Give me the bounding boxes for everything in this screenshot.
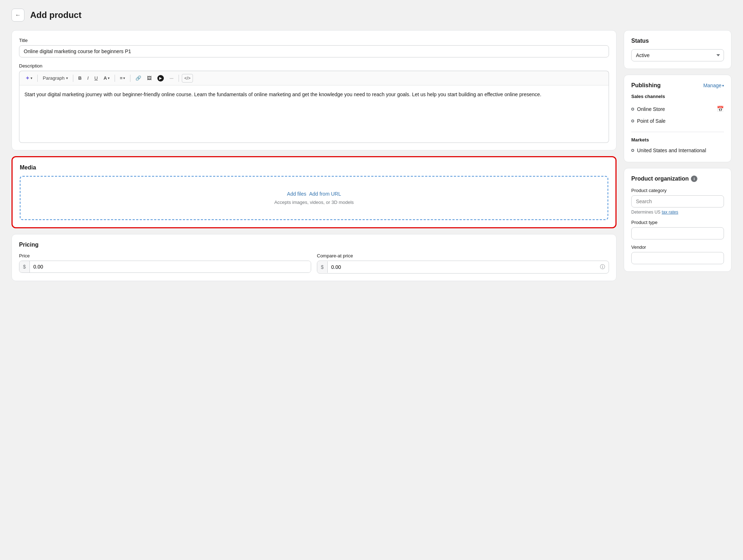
status-card: Status Active Draft <box>624 30 732 69</box>
add-files-link[interactable]: Add files <box>287 191 306 197</box>
calendar-icon[interactable]: 📅 <box>717 106 724 112</box>
vendor-label: Vendor <box>631 244 724 250</box>
page-title: Add product <box>30 10 82 20</box>
media-dropzone-links: Add files Add from URL <box>28 191 600 197</box>
status-select[interactable]: Active Draft <box>631 49 724 61</box>
image-icon: 🖼 <box>147 75 152 81</box>
markets-subtitle: Markets <box>631 137 724 143</box>
underline-button[interactable]: U <box>92 74 100 82</box>
left-column: Title Description ✦ ▾ Paragraph ▾ <box>11 30 617 281</box>
compare-price-field: Compare-at price $ ⓘ <box>317 253 609 274</box>
publishing-divider <box>631 132 724 132</box>
category-label: Product category <box>631 188 724 193</box>
product-type-label: Product type <box>631 220 724 225</box>
right-column: Status Active Draft Publishing Manage ▾ … <box>624 30 732 272</box>
publishing-header: Publishing Manage ▾ <box>631 82 724 89</box>
price-label: Price <box>19 253 311 258</box>
text-color-label: A <box>103 75 107 81</box>
title-label: Title <box>19 38 609 43</box>
link-button[interactable]: 🔗 <box>133 74 143 82</box>
manage-link[interactable]: Manage ▾ <box>703 83 724 88</box>
compare-price-input-wrap: $ ⓘ <box>317 261 609 274</box>
price-input[interactable] <box>30 261 311 272</box>
more-button[interactable]: ··· <box>167 74 176 82</box>
channel-pos: Point of Sale <box>631 115 724 127</box>
toolbar-sep-2 <box>73 75 73 82</box>
channel-name-1: Online Store <box>637 106 665 112</box>
description-text: Start your digital marketing journey wit… <box>24 92 541 97</box>
add-from-url-link[interactable]: Add from URL <box>309 191 341 197</box>
media-card: Media Add files Add from URL Accepts ima… <box>11 156 617 228</box>
back-arrow-icon: ← <box>15 12 21 18</box>
description-label: Description <box>19 63 609 69</box>
channel-bullet-2 <box>631 120 634 122</box>
market-name: United States and International <box>637 148 706 153</box>
category-search-input[interactable] <box>631 195 724 207</box>
price-input-wrap: $ <box>19 261 311 273</box>
compare-price-input[interactable] <box>328 261 596 273</box>
text-color-button[interactable]: A ▾ <box>101 74 111 82</box>
color-dropdown-icon: ▾ <box>108 76 110 80</box>
page-header: ← Add product <box>0 0 743 27</box>
pricing-title: Pricing <box>19 242 609 248</box>
pricing-card: Pricing Price $ Compare-at price $ ⓘ <box>11 234 617 281</box>
product-org-label: Product organization <box>631 176 689 182</box>
link-icon: 🔗 <box>135 75 141 81</box>
video-button[interactable]: ▶ <box>155 74 166 83</box>
product-org-card: Product organization i Product category … <box>624 168 732 272</box>
back-button[interactable]: ← <box>11 9 24 22</box>
tax-rates-link[interactable]: tax rates <box>662 210 678 215</box>
product-type-input[interactable] <box>631 227 724 239</box>
price-field: Price $ <box>19 253 311 274</box>
video-icon: ▶ <box>157 75 164 81</box>
channel-online-store: Online Store 📅 <box>631 103 724 115</box>
publishing-card: Publishing Manage ▾ Sales channels Onlin… <box>624 75 732 162</box>
media-title: Media <box>20 164 608 171</box>
channel-bullet-1 <box>631 108 634 111</box>
vendor-input[interactable] <box>631 252 724 264</box>
market-bullet <box>631 149 634 152</box>
align-dropdown-icon: ▾ <box>123 76 125 80</box>
paragraph-label: Paragraph <box>43 75 65 81</box>
price-prefix: $ <box>19 261 30 272</box>
ai-dropdown-icon: ▾ <box>31 76 32 80</box>
channel-name-2: Point of Sale <box>637 118 665 124</box>
align-icon: ≡ <box>120 75 123 81</box>
toolbar-sep-1 <box>37 75 38 82</box>
product-org-title: Product organization i <box>631 176 724 182</box>
title-description-card: Title Description ✦ ▾ Paragraph ▾ <box>11 30 617 150</box>
toolbar-sep-3 <box>115 75 115 82</box>
determines-text: Determines US tax rates <box>631 210 724 215</box>
editor-toolbar: ✦ ▾ Paragraph ▾ B I U A ▾ <box>19 71 609 85</box>
bold-button[interactable]: B <box>76 74 84 82</box>
toolbar-sep-5 <box>179 75 179 82</box>
category-search-wrap <box>631 195 724 207</box>
pricing-row: Price $ Compare-at price $ ⓘ <box>19 253 609 274</box>
determines-label: Determines US <box>631 210 662 215</box>
title-input[interactable] <box>19 45 609 57</box>
status-title: Status <box>631 38 724 44</box>
compare-price-prefix: $ <box>317 261 328 273</box>
italic-button[interactable]: I <box>85 74 91 82</box>
market-item: United States and International <box>631 146 724 155</box>
description-editor[interactable]: Start your digital marketing journey wit… <box>19 85 609 143</box>
paragraph-dropdown-icon: ▾ <box>66 76 68 80</box>
compare-price-help-icon[interactable]: ⓘ <box>596 261 609 273</box>
code-button[interactable]: </> <box>182 74 193 83</box>
sales-channels-subtitle: Sales channels <box>631 94 724 99</box>
media-hint: Accepts images, videos, or 3D models <box>28 200 600 205</box>
manage-label: Manage <box>703 83 721 88</box>
info-icon[interactable]: i <box>691 176 697 182</box>
toolbar-sep-4 <box>130 75 130 82</box>
align-button[interactable]: ≡ ▾ <box>118 74 128 82</box>
image-button[interactable]: 🖼 <box>145 74 154 82</box>
publishing-title: Publishing <box>631 82 661 89</box>
paragraph-select[interactable]: Paragraph ▾ <box>41 74 70 82</box>
ai-button[interactable]: ✦ ▾ <box>23 73 34 83</box>
manage-dropdown-icon: ▾ <box>722 84 724 88</box>
compare-price-label: Compare-at price <box>317 253 609 258</box>
main-layout: Title Description ✦ ▾ Paragraph ▾ <box>0 27 743 293</box>
media-dropzone[interactable]: Add files Add from URL Accepts images, v… <box>20 176 608 220</box>
ai-sparkle-icon: ✦ <box>25 75 30 81</box>
